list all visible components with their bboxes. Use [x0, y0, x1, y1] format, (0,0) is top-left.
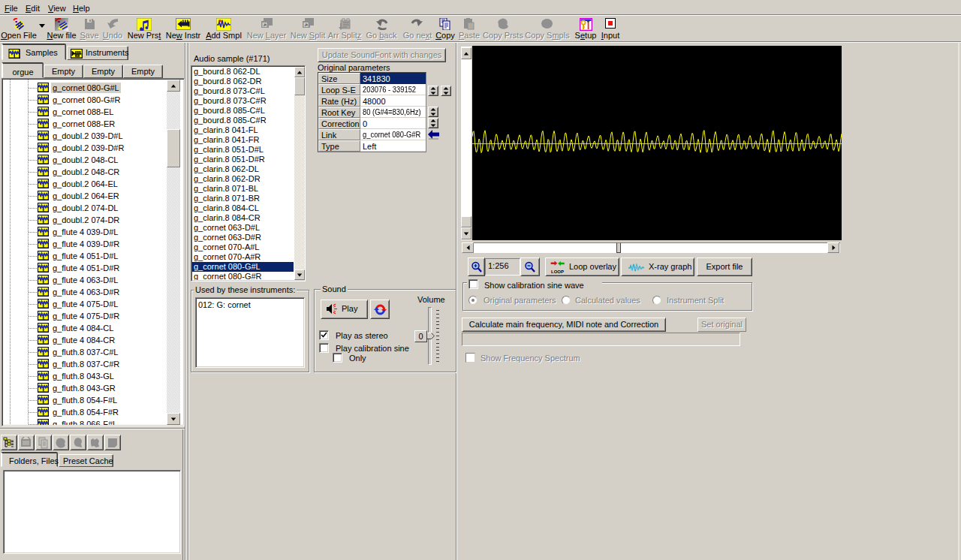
svg-text:LOOP: LOOP: [551, 269, 564, 274]
